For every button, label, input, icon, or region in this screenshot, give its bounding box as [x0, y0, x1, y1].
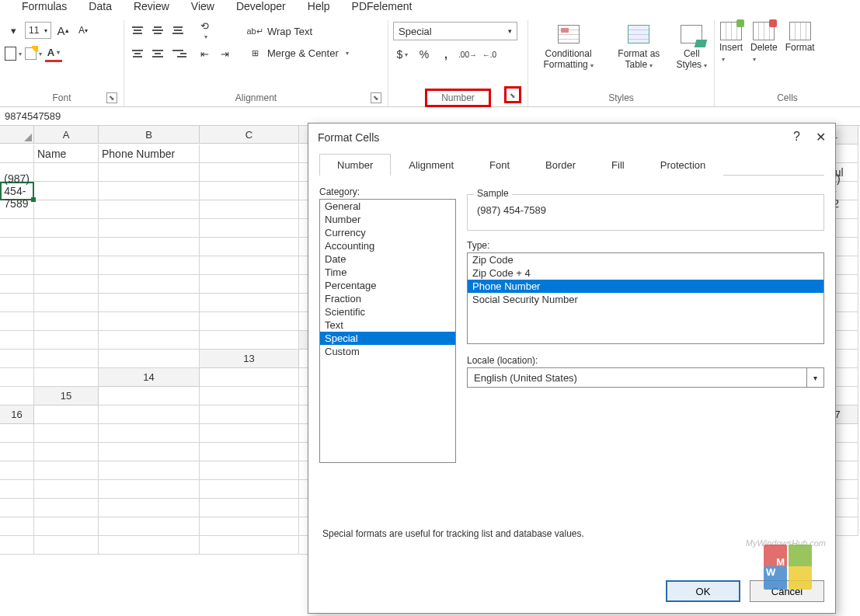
increase-decimal-icon[interactable]: .00→	[458, 45, 477, 64]
cell-empty[interactable]	[99, 331, 200, 350]
cell-empty[interactable]	[99, 461, 200, 480]
cell-empty[interactable]	[0, 219, 34, 238]
cell-empty[interactable]	[34, 536, 99, 555]
dialog-tab-protection[interactable]: Protection	[642, 154, 724, 176]
wrap-text-button[interactable]: ab↵Wrap Text	[242, 22, 353, 40]
cell-empty[interactable]	[200, 424, 299, 443]
cell-empty[interactable]	[200, 536, 299, 555]
ok-button[interactable]: OK	[666, 580, 740, 602]
cell-empty[interactable]	[34, 331, 99, 350]
align-bottom-icon[interactable]	[169, 22, 186, 39]
cell-empty[interactable]	[200, 163, 299, 182]
cell-empty[interactable]	[200, 256, 299, 275]
cell-empty[interactable]	[99, 443, 200, 461]
cell-empty[interactable]	[34, 312, 99, 331]
row-header-15[interactable]: 15	[34, 387, 99, 405]
type-item-phone number[interactable]: Phone Number	[468, 280, 823, 293]
border-button[interactable]: ▾	[5, 45, 22, 62]
cell-empty[interactable]	[99, 312, 200, 331]
cell-empty[interactable]	[34, 517, 99, 536]
cell-empty[interactable]	[34, 200, 99, 219]
dialog-close-button[interactable]: ✕	[816, 130, 826, 144]
menu-help[interactable]: Help	[308, 0, 330, 12]
select-all-corner[interactable]	[0, 126, 34, 144]
insert-button[interactable]: Insert▾	[719, 22, 743, 64]
align-left-icon[interactable]	[129, 45, 146, 62]
category-item-special[interactable]: Special	[320, 332, 455, 345]
category-item-general[interactable]: General	[320, 200, 455, 213]
conditional-formatting-button[interactable]: Conditional Formatting▾	[533, 22, 604, 70]
menu-formulas[interactable]: Formulas	[22, 0, 67, 12]
cell-empty[interactable]	[99, 536, 200, 555]
cell-empty[interactable]	[99, 219, 200, 238]
font-size-input[interactable]: 11▾	[25, 22, 51, 39]
type-list[interactable]: Zip CodeZip Code + 4Phone NumberSocial S…	[467, 252, 824, 344]
cell-empty[interactable]	[34, 219, 99, 238]
cell-empty[interactable]	[34, 461, 99, 480]
row-header-13[interactable]: 13	[200, 350, 299, 368]
dialog-tab-number[interactable]: Number	[319, 154, 391, 176]
format-button[interactable]: Format	[785, 22, 815, 53]
cell-empty[interactable]	[200, 461, 299, 480]
accounting-format-button[interactable]: $▾	[393, 45, 412, 64]
cell-empty[interactable]	[0, 312, 34, 331]
cell-empty[interactable]	[34, 350, 99, 368]
dialog-tab-border[interactable]: Border	[527, 154, 594, 176]
cell-empty[interactable]	[99, 238, 200, 256]
row-header-16[interactable]: 16	[0, 405, 34, 424]
cell-empty[interactable]	[0, 480, 34, 499]
cell-B18[interactable]	[0, 443, 34, 461]
row-header-14[interactable]: 14	[99, 368, 200, 387]
cell-C1[interactable]: Phone Number	[99, 144, 200, 163]
category-item-date[interactable]: Date	[320, 252, 455, 266]
cell-empty[interactable]	[0, 387, 34, 405]
cell-empty[interactable]	[200, 182, 299, 200]
cell-empty[interactable]	[99, 275, 200, 294]
align-middle-icon[interactable]	[149, 22, 166, 39]
cell-C18[interactable]	[34, 443, 99, 461]
category-item-scientific[interactable]: Scientific	[320, 305, 455, 318]
cell-empty[interactable]	[0, 517, 34, 536]
cell-empty[interactable]	[200, 312, 299, 331]
menu-developer[interactable]: Developer	[236, 0, 286, 12]
fill-color-button[interactable]: ▾	[25, 45, 42, 62]
cell-empty[interactable]	[99, 499, 200, 517]
merge-center-button[interactable]: ⊞Merge & Center▾	[242, 44, 353, 62]
type-item-zip code + 4[interactable]: Zip Code + 4	[468, 266, 823, 280]
cell-empty[interactable]	[200, 294, 299, 312]
cell-empty[interactable]	[0, 275, 34, 294]
cell-empty[interactable]	[99, 182, 200, 200]
type-item-social security number[interactable]: Social Security Number	[468, 293, 823, 306]
cell-empty[interactable]	[99, 294, 200, 312]
cell-empty[interactable]	[0, 368, 34, 387]
cell-empty[interactable]	[200, 200, 299, 219]
format-as-table-button[interactable]: Format as Table▾	[613, 22, 664, 70]
cell-empty[interactable]	[0, 536, 34, 555]
cell-A14[interactable]	[200, 368, 299, 387]
locale-dropdown[interactable]: English (United States)	[467, 367, 807, 388]
cell-empty[interactable]	[200, 144, 299, 163]
cell-A17[interactable]	[0, 424, 34, 443]
cell-empty[interactable]	[99, 350, 200, 368]
category-item-custom[interactable]: Custom	[320, 345, 455, 358]
delete-button[interactable]: Delete▾	[750, 22, 778, 64]
menu-pdfelement[interactable]: PDFelement	[352, 0, 413, 12]
cell-empty[interactable]	[0, 256, 34, 275]
cell-empty[interactable]	[34, 182, 99, 200]
type-item-zip code[interactable]: Zip Code	[468, 253, 823, 266]
category-item-fraction[interactable]: Fraction	[320, 292, 455, 305]
col-header-A[interactable]: A	[34, 126, 99, 144]
cell-empty[interactable]	[200, 480, 299, 499]
cell-B1[interactable]: Name	[34, 144, 99, 163]
increase-font-icon[interactable]: A▴	[54, 22, 71, 39]
cell-empty[interactable]	[200, 275, 299, 294]
category-item-accounting[interactable]: Accounting	[320, 239, 455, 252]
font-color-button[interactable]: A▾	[45, 45, 62, 62]
category-item-currency[interactable]: Currency	[320, 226, 455, 239]
cell-C17[interactable]	[99, 424, 200, 443]
comma-button[interactable]: ,	[437, 45, 455, 64]
cell-empty[interactable]	[200, 443, 299, 461]
category-item-number[interactable]: Number	[320, 213, 455, 226]
increase-indent-icon[interactable]: ⇥	[216, 45, 233, 62]
cell-empty[interactable]	[200, 219, 299, 238]
